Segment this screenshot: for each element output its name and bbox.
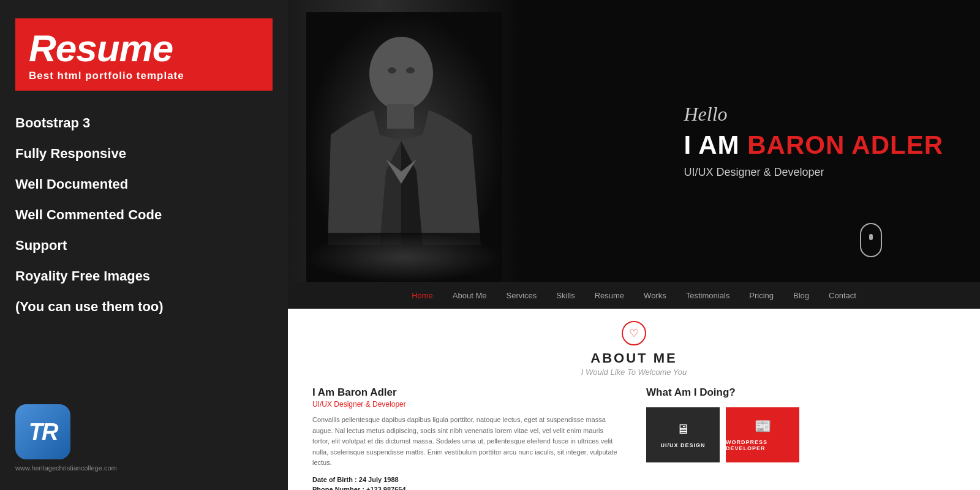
ux-icon: 🖥	[676, 421, 690, 437]
about-dob: Date of Birth : 24 July 1988	[312, 476, 622, 483]
service-card-ux: 🖥 UI/UX DESIGN	[646, 407, 720, 462]
nav-pricing[interactable]: Pricing	[739, 282, 783, 309]
about-columns: I Am Baron Adler UI/UX Designer & Develo…	[312, 386, 956, 490]
service-cards: 🖥 UI/UX DESIGN 📰 WORDPRESS DEVELOPER	[646, 407, 956, 462]
left-panel: Resume Best html portfolio template Boot…	[0, 0, 288, 490]
about-dob-value: 24 July 1988	[359, 476, 399, 483]
about-left-column: I Am Baron Adler UI/UX Designer & Develo…	[312, 386, 622, 490]
about-section: ♡ ABOUT ME I Would Like To Welcome You I…	[288, 309, 980, 490]
about-dob-label: Date of Birth :	[312, 476, 357, 483]
nav-services[interactable]: Services	[496, 282, 546, 309]
nav-works[interactable]: Works	[634, 282, 676, 309]
nav-about[interactable]: About Me	[443, 282, 497, 309]
svg-rect-5	[306, 233, 502, 282]
badge-text: TR	[29, 419, 58, 445]
feature-note: (You can use them too)	[15, 292, 273, 322]
what-doing-title: What Am I Doing?	[646, 386, 956, 399]
service-card-wp: 📰 WORDPRESS DEVELOPER	[726, 407, 799, 462]
hero-subtitle: UI/UX Designer & Developer	[684, 166, 943, 179]
scroll-indicator	[860, 223, 882, 257]
nav-resume[interactable]: Resume	[585, 282, 634, 309]
about-person-role: UI/UX Designer & Developer	[312, 400, 622, 409]
nav-contact[interactable]: Contact	[819, 282, 866, 309]
hero-section: Hello I AM BARON ADLER UI/UX Designer & …	[288, 0, 980, 282]
hero-name-line: I AM BARON ADLER	[684, 130, 943, 160]
hero-name-prefix: I AM	[684, 130, 747, 159]
feature-commented: Well Commented Code	[15, 200, 273, 230]
ux-label: UI/UX DESIGN	[660, 442, 705, 448]
features-list: Bootstrap 3 Fully Responsive Well Docume…	[15, 108, 273, 322]
wp-icon: 📰	[755, 418, 771, 434]
about-icon: ♡	[622, 321, 646, 345]
svg-rect-2	[387, 104, 414, 129]
about-phone: Phone Number : +123 987654	[312, 486, 622, 490]
nav-testimonials[interactable]: Testimonials	[676, 282, 740, 309]
tr-badge: TR	[15, 404, 70, 459]
logo-title: Resume	[29, 29, 259, 67]
hero-hello: Hello	[684, 103, 943, 126]
about-icon-symbol: ♡	[629, 326, 639, 340]
feature-support: Support	[15, 230, 273, 261]
wp-label: WORDPRESS DEVELOPER	[726, 439, 799, 451]
about-header: ♡ ABOUT ME I Would Like To Welcome You	[312, 321, 956, 377]
bottom-section: TR www.heritagechristiancollege.com	[15, 404, 273, 472]
svg-point-1	[369, 37, 433, 110]
feature-documented: Well Documented	[15, 169, 273, 200]
nav-bar: Home About Me Services Skills Resume Wor…	[288, 282, 980, 309]
about-bio: Convallis pellentesque dapibus dapibus l…	[312, 415, 622, 469]
hero-name: BARON ADLER	[747, 130, 943, 159]
about-phone-value: +123 987654	[366, 486, 406, 490]
about-phone-label: Phone Number :	[312, 486, 364, 490]
svg-point-4	[406, 67, 415, 74]
feature-responsive: Fully Responsive	[15, 138, 273, 169]
nav-home[interactable]: Home	[402, 282, 443, 309]
about-right-column: What Am I Doing? 🖥 UI/UX DESIGN 📰 WORDPR…	[646, 386, 956, 490]
about-title: ABOUT ME	[312, 350, 956, 366]
scroll-dot	[869, 234, 873, 240]
hero-photo	[288, 0, 521, 282]
logo-box: Resume Best html portfolio template	[15, 18, 273, 91]
nav-blog[interactable]: Blog	[783, 282, 819, 309]
about-person-name: I Am Baron Adler	[312, 386, 622, 399]
right-panel: Hello I AM BARON ADLER UI/UX Designer & …	[288, 0, 980, 490]
logo-subtitle: Best html portfolio template	[29, 70, 259, 82]
svg-point-3	[388, 67, 396, 74]
feature-images: Royality Free Images	[15, 261, 273, 292]
feature-bootstrap: Bootstrap 3	[15, 108, 273, 138]
hero-text: Hello I AM BARON ADLER UI/UX Designer & …	[684, 103, 943, 179]
about-subtitle: I Would Like To Welcome You	[312, 368, 956, 377]
site-url: www.heritagechristiancollege.com	[15, 464, 273, 472]
nav-skills[interactable]: Skills	[546, 282, 584, 309]
person-silhouette	[306, 12, 502, 282]
